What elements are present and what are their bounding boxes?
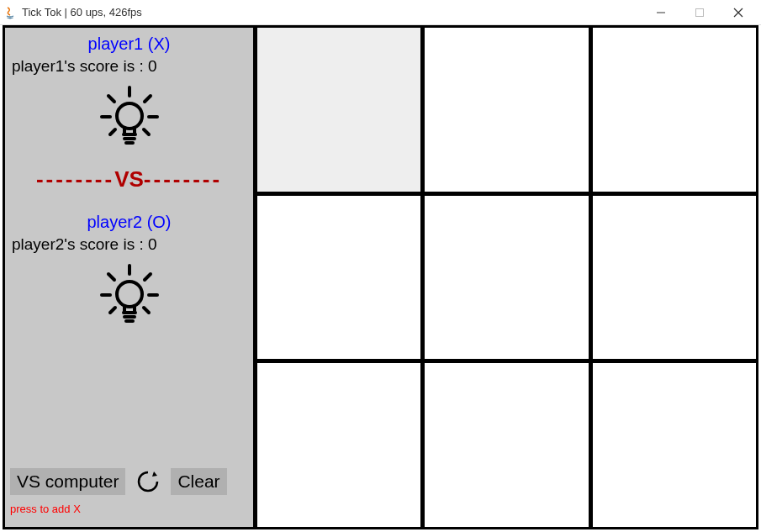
- board-cell-6[interactable]: [257, 363, 420, 527]
- vs-divider: --------VS--------: [10, 166, 248, 192]
- svg-line-10: [144, 129, 149, 134]
- sidebar: player1 (X) player1's score is : 0: [5, 28, 257, 527]
- window-controls: [642, 0, 758, 25]
- board-cell-0[interactable]: [257, 28, 420, 192]
- window-title: Tick Tok | 60 ups, 426fps: [22, 6, 142, 18]
- svg-point-11: [117, 103, 142, 129]
- minimize-button[interactable]: [642, 0, 680, 25]
- player1-hint-icon[interactable]: [10, 84, 248, 153]
- close-button[interactable]: [719, 0, 758, 25]
- svg-line-6: [145, 96, 151, 102]
- player2-block: player2 (O) player2's score is : 0: [10, 213, 248, 338]
- board-cell-8[interactable]: [593, 363, 756, 527]
- board-cell-3[interactable]: [257, 196, 420, 360]
- svg-line-9: [110, 129, 115, 134]
- player1-title: player1 (X): [10, 34, 248, 54]
- svg-point-22: [117, 282, 142, 307]
- board-cell-4[interactable]: [425, 196, 588, 360]
- svg-line-5: [108, 96, 114, 102]
- button-row: VS computer Clear: [10, 467, 248, 496]
- svg-line-21: [144, 308, 149, 313]
- svg-rect-1: [696, 8, 704, 16]
- vs-label: VS: [114, 166, 144, 192]
- player1-score: player1's score is : 0: [12, 57, 248, 76]
- svg-line-17: [145, 274, 151, 280]
- app-frame: player1 (X) player1's score is : 0: [3, 25, 758, 529]
- board-cell-5[interactable]: [593, 196, 756, 360]
- svg-line-20: [110, 308, 115, 313]
- svg-line-16: [108, 274, 114, 280]
- game-board: [257, 28, 756, 527]
- board-cell-7[interactable]: [425, 363, 588, 527]
- player2-score: player2's score is : 0: [12, 235, 248, 254]
- clear-button[interactable]: Clear: [171, 468, 226, 495]
- hint-text: press to add X: [10, 503, 248, 515]
- player2-title: player2 (O): [10, 213, 248, 232]
- maximize-button[interactable]: [680, 0, 719, 25]
- player2-hint-icon[interactable]: [10, 262, 248, 331]
- vs-computer-button[interactable]: VS computer: [10, 468, 125, 495]
- refresh-icon[interactable]: [134, 467, 162, 496]
- window-titlebar: Tick Tok | 60 ups, 426fps: [0, 0, 761, 25]
- java-icon: [3, 6, 17, 19]
- board-cell-2[interactable]: [593, 28, 756, 192]
- board-cell-1[interactable]: [425, 28, 588, 192]
- player1-block: player1 (X) player1's score is : 0: [10, 34, 248, 160]
